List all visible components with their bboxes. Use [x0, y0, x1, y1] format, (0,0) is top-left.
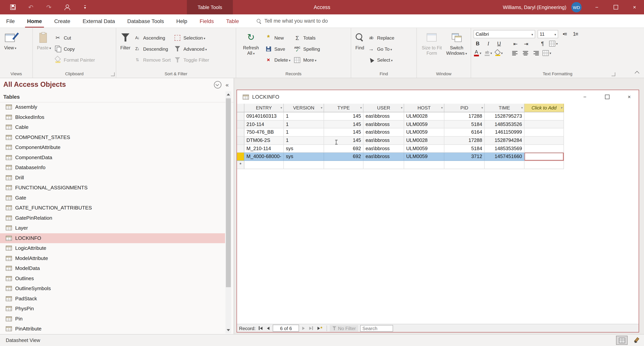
customize-qat-button[interactable]: ▾	[80, 3, 90, 12]
cell[interactable]: 1528794284	[485, 137, 524, 145]
save-button[interactable]	[8, 3, 17, 12]
gridlines-button[interactable]	[549, 40, 558, 48]
format-painter-button[interactable]: Format Painter	[53, 54, 96, 66]
more-button[interactable]: More	[292, 54, 322, 66]
cell[interactable]: 692	[324, 153, 364, 161]
row-selector[interactable]	[237, 137, 244, 145]
underline-button[interactable]: U	[495, 40, 503, 48]
align-right-button[interactable]	[532, 49, 540, 57]
cell[interactable]	[524, 161, 564, 169]
column-dropdown-icon[interactable]	[481, 106, 483, 110]
cell[interactable]: 6164	[444, 128, 485, 136]
first-record-button[interactable]	[258, 325, 264, 331]
row-selector[interactable]	[237, 145, 244, 153]
horizontal-scrollbar[interactable]	[395, 325, 638, 331]
remove-sort-button[interactable]: ⇅ Remove Sort	[132, 54, 172, 66]
cell[interactable]: 210-114	[244, 120, 284, 128]
descending-button[interactable]: Z↓ Descending	[132, 43, 172, 54]
tab-help[interactable]: Help	[170, 15, 194, 28]
cell[interactable]	[524, 112, 564, 120]
nav-item-cable[interactable]: Cable	[0, 122, 225, 132]
close-button[interactable]: ×	[625, 0, 644, 15]
nav-group-tables[interactable]: Tables «	[0, 91, 234, 103]
save-record-button[interactable]: Save	[263, 43, 292, 54]
tab-home[interactable]: Home	[21, 15, 48, 28]
nav-item-outlinesymbols[interactable]: OutlineSymbols	[0, 283, 225, 294]
new-record-selector[interactable]: *	[237, 161, 244, 169]
collapse-ribbon-button[interactable]	[635, 70, 639, 74]
cell[interactable]: sys	[284, 145, 324, 153]
cell[interactable]: 145	[324, 128, 364, 136]
document-maximize-button[interactable]	[598, 90, 616, 104]
font-color-button[interactable]: A	[474, 49, 482, 57]
font-size-combobox[interactable]: 11	[538, 30, 558, 38]
increase-indent-button[interactable]: ⇥	[522, 40, 530, 48]
cell[interactable]	[524, 137, 564, 145]
new-blank-record-button[interactable]: *	[316, 325, 324, 331]
bold-button[interactable]: B	[474, 40, 482, 48]
nav-scrollbar[interactable]	[226, 91, 231, 333]
cell[interactable]: eas\bbross	[364, 128, 404, 136]
bullets-button[interactable]: •≡	[560, 30, 569, 38]
nav-menu-dropdown-icon[interactable]	[214, 81, 222, 89]
advanced-button[interactable]: Advanced	[172, 43, 211, 54]
background-color-button[interactable]	[495, 49, 503, 57]
account-sync-button[interactable]	[62, 3, 72, 12]
document-titlebar[interactable]: LOCKINFO − ×	[237, 90, 639, 104]
replace-button[interactable]: ab Replace	[366, 32, 396, 43]
design-view-button[interactable]	[630, 336, 642, 345]
column-header-type[interactable]: TYPE	[324, 104, 364, 112]
cell[interactable]: ULM0059	[404, 120, 444, 128]
nav-item-physpin[interactable]: PhysPin	[0, 304, 225, 314]
nav-pane-title[interactable]: All Access Objects	[3, 81, 214, 89]
column-header-click-to-add[interactable]: Click to Add	[524, 104, 564, 112]
cell[interactable]: eas\bbross	[364, 120, 404, 128]
delete-button[interactable]: × Delete	[263, 54, 292, 66]
cell[interactable]: 750-476_BB	[244, 128, 284, 136]
cell[interactable]: ULM0028	[404, 112, 444, 120]
row-selector[interactable]	[237, 112, 244, 120]
nav-item-pin[interactable]: Pin	[0, 314, 225, 324]
cell[interactable]: eas\bbross	[364, 153, 404, 161]
nav-item-lockinfo[interactable]: LOCKINFO	[0, 233, 225, 243]
column-dropdown-icon[interactable]	[560, 106, 562, 110]
cell[interactable]: 1485353526	[485, 120, 524, 128]
dialog-launcher-icon[interactable]	[612, 72, 615, 76]
cell[interactable]: ULM0059	[404, 153, 444, 161]
cut-button[interactable]: ✂ Cut	[53, 32, 96, 43]
cell[interactable]: 692	[324, 145, 364, 153]
cell[interactable]: 5184	[444, 120, 485, 128]
cell[interactable]: 145	[324, 112, 364, 120]
datasheet-view-button[interactable]	[616, 336, 628, 345]
cell[interactable]: 3712	[444, 153, 485, 161]
cell[interactable]: 1	[284, 137, 324, 145]
cell[interactable]: 145	[324, 120, 364, 128]
maximize-button[interactable]	[606, 0, 625, 15]
nav-item-outlines[interactable]: Outlines	[0, 273, 225, 284]
selection-button[interactable]: Selection	[172, 32, 211, 43]
cell[interactable]: 17288	[444, 112, 485, 120]
cell[interactable]: 1461150999	[485, 128, 524, 136]
nav-item-modeldata[interactable]: ModelData	[0, 263, 225, 273]
row-selector-header[interactable]	[237, 104, 244, 112]
size-to-fit-form-button[interactable]: Size to Fit Form	[419, 30, 444, 58]
column-header-time[interactable]: TIME	[485, 104, 524, 112]
scroll-down-icon[interactable]	[226, 327, 231, 333]
active-cell[interactable]	[524, 153, 564, 161]
cell[interactable]: sys	[284, 153, 324, 161]
highlight-color-button[interactable]: ab	[484, 49, 492, 57]
switch-windows-button[interactable]: Switch Windows	[444, 30, 469, 58]
avatar[interactable]: WD	[571, 2, 582, 13]
spelling-button[interactable]: ABC✓ Spelling	[292, 43, 322, 54]
cell[interactable]: eas\bbross	[364, 137, 404, 145]
cell[interactable]	[524, 145, 564, 153]
tell-me-box[interactable]: Tell me what you want to do	[257, 15, 328, 28]
column-dropdown-icon[interactable]	[521, 106, 523, 110]
filter-button[interactable]: Filter	[119, 30, 132, 52]
cell[interactable]: 5184	[444, 145, 485, 153]
select-button[interactable]: Select	[366, 54, 396, 66]
paragraph-direction-button[interactable]: ¶	[538, 40, 547, 48]
nav-item-componentattribute[interactable]: ComponentAttribute	[0, 142, 225, 152]
column-header-host[interactable]: HOST	[404, 104, 444, 112]
goto-button[interactable]: → Go To	[366, 43, 396, 54]
